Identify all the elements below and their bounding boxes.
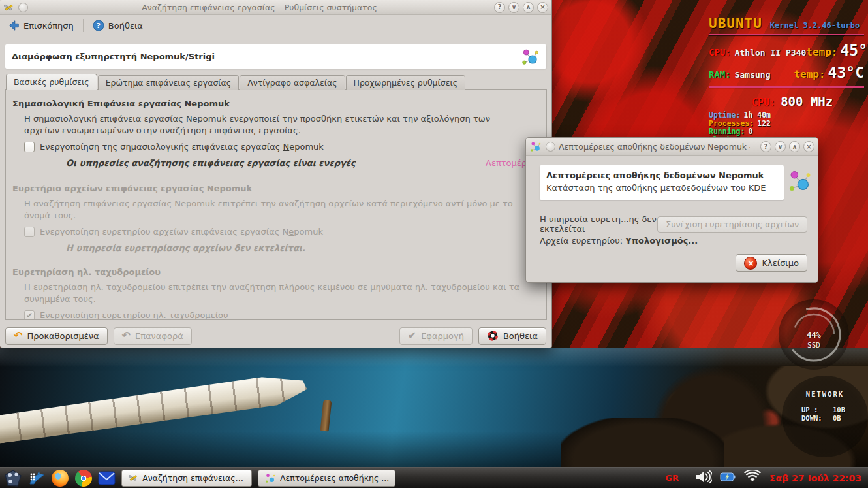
settings-tabbar: Βασικές ρυθμίσεις Ερώτημα επιφάνειας εργ… — [6, 74, 466, 90]
semantic-enable-row: Ενεργοποίηση της σημασιολογικής επιφάνει… — [24, 142, 546, 152]
system-settings-icon — [128, 472, 138, 483]
taskbar-item-nepomuk-details[interactable]: Λεπτομέρειες αποθήκης ... — [258, 470, 395, 487]
module-header: Διαμόρφωση εξυπηρετητή Nepomuk/Strigi — [5, 44, 546, 69]
dialog-title: Λεπτομέρειες αποθήκης δεδομένων Nepomuk … — [559, 142, 750, 152]
index-files-value: Υπολογισμός... — [625, 236, 698, 246]
help-button[interactable]: Βοήθεια — [478, 327, 546, 345]
running-label: Running: — [709, 127, 745, 136]
taskbar-item-desktop-search[interactable]: Αναζήτηση επιφάνειας ε... — [121, 470, 252, 487]
volume-icon[interactable] — [695, 470, 712, 486]
email-index-enable-label: Ενεργοποίηση ευρετηρίου ηλ. ταχυδρομείου — [40, 310, 228, 320]
kernel-version: Kernel 3.2.46-turbo — [770, 21, 860, 30]
check-icon: ✔ — [408, 331, 416, 341]
semantic-section-heading: Σημασιολογική Επιφάνεια εργασίας Nepomuk — [12, 99, 546, 108]
defaults-button[interactable]: ↶ Προκαθορισμένα — [5, 327, 108, 345]
system-settings-window: Αναζήτηση επιφάνειας εργασίας – Ρυθμίσει… — [0, 0, 552, 348]
apply-button[interactable]: ✔ Εφαρμογή — [399, 327, 473, 345]
taskbar-item-label: Λεπτομέρειες αποθήκης ... — [280, 473, 389, 483]
back-arrow-icon — [8, 20, 20, 31]
email-index-enable-row: ✔ Ενεργοποίηση ευρετηρίου ηλ. ταχυδρομεί… — [24, 310, 546, 320]
taskbar: Αναζήτηση επιφάνειας ε... Λεπτομέρειες α… — [0, 467, 868, 488]
network-up-label: UP : — [801, 406, 833, 414]
reset-button[interactable]: ↶ Επαναφορά — [114, 327, 192, 345]
ram-temp-value: 43°C — [828, 64, 864, 81]
tab-advanced-settings[interactable]: Προχωρημένες ρυθμίσεις — [346, 75, 466, 90]
clock[interactable]: Σαβ 27 Ιούλ 22:03 — [769, 473, 861, 483]
dialog-header-subtitle: Κατάσταση της αποθήκης μεταδεδομένων του… — [546, 183, 777, 193]
file-index-section-heading: Ευρετήριο αρχείων επιφάνειας εργασίας Ne… — [12, 184, 546, 193]
lifebuoy-icon — [487, 330, 499, 342]
toolbar-separator — [83, 19, 84, 32]
uptime-label: Uptime: — [709, 111, 740, 120]
dialog-titlebar[interactable]: Λεπτομέρειες αποθήκης δεδομένων Nepomuk … — [526, 138, 818, 156]
ram-label: RAM: — [709, 69, 731, 80]
file-index-enable-row: Ενεργοποίηση ευρετηρίου αρχείων επιφάνει… — [24, 227, 546, 237]
email-index-section-heading: Ευρετηρίαση ηλ. ταχυδρομείου — [12, 267, 546, 277]
nepomuk-details-dialog: Λεπτομέρειες αποθήκης δεδομένων Nepomuk … — [525, 137, 818, 283]
battery-icon[interactable] — [720, 472, 736, 483]
help-window-button[interactable]: ? — [494, 2, 505, 13]
minimize-button[interactable]: ∨ — [508, 2, 519, 13]
mail-icon[interactable] — [98, 469, 116, 487]
overview-label: Επισκόπηση — [23, 21, 74, 31]
toolbar-help-label: Βοήθεια — [108, 21, 143, 31]
email-index-enable-checkbox: ✔ — [24, 310, 35, 320]
wallpaper-rock-middle — [561, 418, 724, 470]
svg-text:?: ? — [97, 22, 101, 30]
separator-line — [709, 34, 864, 35]
cpu-label: CPU: — [709, 47, 731, 57]
titlebar-menu-button[interactable] — [546, 142, 555, 152]
basic-settings-panel: Σημασιολογική Επιφάνεια εργασίας Nepomuk… — [5, 89, 547, 320]
main-toolbar: Επισκόπηση ? Βοήθεια — [0, 15, 551, 36]
cpu-freq-label: CPU: — [752, 97, 775, 108]
resume-indexing-button[interactable]: Συνέχιση ευρετηρίασης αρχείων — [657, 216, 807, 233]
undo-icon: ↶ — [14, 331, 22, 341]
maximize-button[interactable]: ∧ — [789, 141, 800, 152]
semantic-enable-label[interactable]: Ενεργοποίηση της σημασιολογικής επιφάνει… — [40, 142, 324, 152]
tab-desktop-query[interactable]: Ερώτημα επιφάνειας εργασίας — [98, 75, 240, 90]
titlebar-menu-button[interactable] — [18, 3, 28, 12]
tab-backup[interactable]: Αντίγραφο ασφαλείας — [240, 75, 345, 90]
toolbar-help-button[interactable]: ? Βοήθεια — [90, 18, 146, 33]
module-title: Διαμόρφωση εξυπηρετητή Nepomuk/Strigi — [12, 52, 215, 61]
nepomuk-icon — [520, 47, 540, 67]
firefox-icon[interactable] — [51, 469, 69, 487]
file-index-status-text: Η υπηρεσία ευρετηρίασης αρχείων δεν εκτε… — [66, 243, 305, 253]
cpu-temp-value: 45°C — [840, 42, 868, 59]
system-tray: GR Σαβ 27 Ιούλ — [665, 470, 864, 486]
help-window-button[interactable]: ? — [760, 141, 771, 152]
dolphin-icon[interactable] — [27, 469, 45, 487]
file-index-enable-checkbox — [24, 227, 35, 237]
file-index-enable-label: Ενεργοποίηση ευρετηρίου αρχείων επιφάνει… — [40, 227, 323, 236]
ram-temp-label: temp: — [794, 68, 825, 80]
close-red-icon: × — [744, 257, 757, 270]
separator-line — [709, 86, 864, 88]
close-button[interactable]: × — [537, 2, 548, 13]
dialog-header-title: Λεπτομέρειες αποθήκης δεδομένων Nepomuk — [546, 171, 777, 180]
network-up-value: 10B — [833, 406, 845, 414]
keyboard-layout-indicator[interactable]: GR — [665, 473, 679, 483]
maximize-button[interactable]: ∧ — [523, 2, 534, 13]
uptime-value: 1h 40m — [743, 111, 771, 120]
processes-value: 122 — [757, 120, 771, 128]
ram-model: Samsung — [735, 70, 771, 80]
nepomuk-icon — [529, 140, 542, 153]
close-dialog-button[interactable]: × Κλείσιμο — [736, 254, 807, 272]
system-settings-icon — [3, 2, 14, 13]
nepomuk-icon — [786, 168, 813, 194]
ssd-percent: 44% — [779, 331, 849, 340]
main-titlebar[interactable]: Αναζήτηση επιφάνειας εργασίας – Ρυθμίσει… — [0, 0, 551, 15]
wifi-icon[interactable] — [743, 470, 762, 485]
kickoff-launcher-icon[interactable] — [4, 469, 22, 487]
semantic-enable-checkbox[interactable] — [24, 142, 35, 152]
close-button[interactable]: × — [803, 141, 814, 152]
system-monitor: UBUNTU Kernel 3.2.46-turbo CPU: Athlon I… — [709, 16, 864, 152]
minimize-button[interactable]: ∨ — [775, 141, 786, 152]
chrome-icon[interactable] — [74, 469, 92, 487]
tab-basic-settings[interactable]: Βασικές ρυθμίσεις — [6, 74, 97, 90]
dialog-index-files-row: Αρχεία ευρετηρίου: Υπολογισμός... — [540, 236, 698, 246]
taskbar-item-label: Αναζήτηση επιφάνειας ε... — [142, 473, 245, 483]
overview-button[interactable]: Επισκόπηση — [5, 18, 76, 33]
email-index-section-description: Η ευρετηρίαση ηλ. ταχυδρομείου επιτρέπει… — [24, 282, 520, 305]
window-title: Αναζήτηση επιφάνειας εργασίας – Ρυθμίσει… — [39, 3, 480, 12]
